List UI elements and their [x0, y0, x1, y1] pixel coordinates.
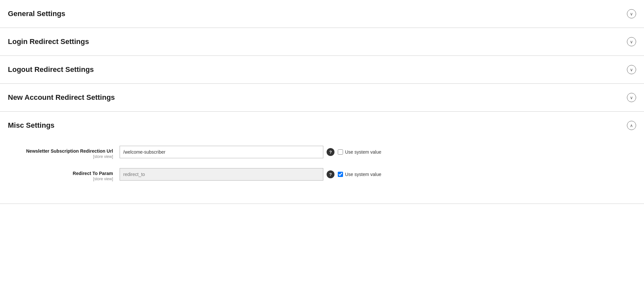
login-redirect-settings-title: Login Redirect Settings: [8, 37, 89, 46]
chevron-down-icon: [630, 95, 633, 100]
login-redirect-settings-section: Login Redirect Settings: [0, 28, 644, 56]
use-system-value-label: Use system value: [345, 149, 381, 155]
newsletter-subscription-help-icon[interactable]: ?: [327, 148, 334, 156]
chevron-down-icon: [630, 11, 633, 16]
page-container: General Settings Login Redirect Settings…: [0, 0, 644, 306]
login-redirect-settings-header[interactable]: Login Redirect Settings: [0, 28, 644, 55]
newsletter-subscription-sub-label: [store view]: [8, 154, 113, 159]
redirect-to-param-label: Redirect To Param: [8, 171, 113, 176]
newsletter-subscription-label-col: Newsletter Subscription Redirection Url …: [8, 146, 120, 159]
help-symbol: ?: [329, 150, 332, 155]
misc-settings-title: Misc Settings: [8, 121, 55, 130]
misc-settings-section: Misc Settings Newsletter Subscription Re…: [0, 112, 644, 204]
login-redirect-settings-chevron-icon[interactable]: [627, 37, 636, 46]
logout-redirect-settings-title: Logout Redirect Settings: [8, 65, 94, 74]
logout-redirect-settings-chevron-icon[interactable]: [627, 65, 636, 74]
misc-settings-header[interactable]: Misc Settings: [0, 112, 644, 139]
redirect-to-param-label-col: Redirect To Param [store view]: [8, 168, 120, 181]
use-system-value-label: Use system value: [345, 172, 381, 177]
redirect-to-param-help-icon[interactable]: ?: [327, 170, 334, 178]
newsletter-subscription-use-system-checkbox[interactable]: [338, 149, 343, 155]
general-settings-header[interactable]: General Settings: [0, 0, 644, 28]
new-account-redirect-settings-chevron-icon[interactable]: [627, 93, 636, 102]
redirect-to-param-control-col: ? Use system value: [120, 168, 636, 181]
chevron-up-icon: [630, 123, 633, 128]
general-settings-section: General Settings: [0, 0, 644, 28]
new-account-redirect-settings-section: New Account Redirect Settings: [0, 84, 644, 112]
newsletter-subscription-control-col: ? Use system value: [120, 146, 636, 158]
logout-redirect-settings-header[interactable]: Logout Redirect Settings: [0, 56, 644, 83]
chevron-down-icon: [630, 39, 633, 44]
newsletter-subscription-row: Newsletter Subscription Redirection Url …: [8, 146, 636, 159]
redirect-to-param-sub-label: [store view]: [8, 177, 113, 181]
general-settings-title: General Settings: [8, 10, 65, 18]
chevron-down-icon: [630, 67, 633, 72]
logout-redirect-settings-section: Logout Redirect Settings: [0, 56, 644, 84]
redirect-to-param-input[interactable]: [120, 168, 323, 181]
newsletter-subscription-label: Newsletter Subscription Redirection Url: [8, 148, 113, 154]
new-account-redirect-settings-header[interactable]: New Account Redirect Settings: [0, 84, 644, 111]
redirect-to-param-use-system-label[interactable]: Use system value: [338, 172, 381, 177]
misc-settings-chevron-icon[interactable]: [627, 121, 636, 130]
newsletter-subscription-use-system-label[interactable]: Use system value: [338, 149, 381, 155]
misc-settings-content: Newsletter Subscription Redirection Url …: [0, 139, 644, 204]
redirect-to-param-row: Redirect To Param [store view] ? Use sys…: [8, 168, 636, 181]
new-account-redirect-settings-title: New Account Redirect Settings: [8, 93, 115, 102]
help-symbol: ?: [329, 172, 332, 177]
general-settings-chevron-icon[interactable]: [627, 9, 636, 18]
redirect-to-param-use-system-checkbox[interactable]: [338, 172, 343, 177]
newsletter-subscription-input[interactable]: [120, 146, 323, 158]
